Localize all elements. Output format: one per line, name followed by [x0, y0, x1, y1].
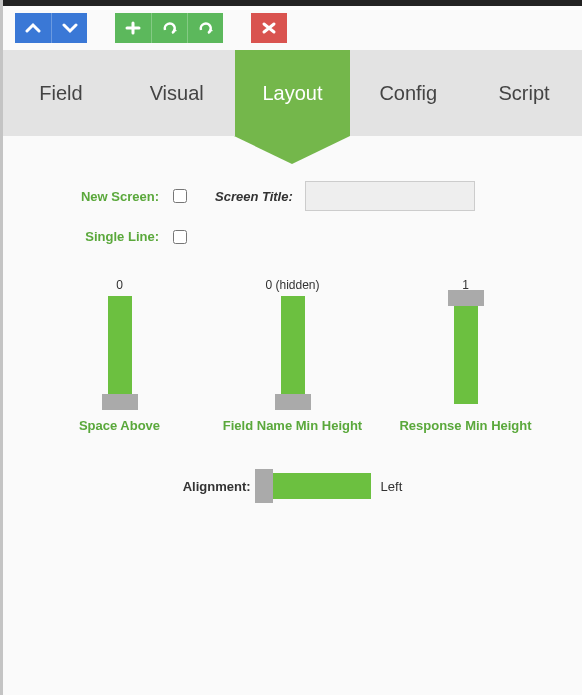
- redo-button[interactable]: [151, 13, 187, 43]
- slider-response-min-height: 1 Response Min Height: [386, 278, 546, 433]
- slider-track[interactable]: [281, 296, 305, 404]
- slider-handle[interactable]: [275, 394, 311, 410]
- slider-handle[interactable]: [102, 394, 138, 410]
- delete-button[interactable]: [251, 13, 287, 43]
- slider-value: 0: [116, 278, 123, 292]
- sliders-row: 0 Space Above 0 (hidden) Field Name Min …: [33, 278, 552, 433]
- slider-space-above: 0 Space Above: [40, 278, 200, 433]
- redo-icon: [162, 21, 178, 35]
- move-up-button[interactable]: [15, 13, 51, 43]
- screen-title-label: Screen Title:: [215, 189, 293, 204]
- single-line-label: Single Line:: [33, 229, 173, 244]
- new-screen-label: New Screen:: [33, 189, 173, 204]
- action-group: [115, 13, 223, 43]
- screen-title-input[interactable]: [305, 181, 475, 211]
- slider-track[interactable]: [454, 296, 478, 404]
- chevron-down-icon: [62, 21, 78, 35]
- delete-group: [251, 13, 287, 43]
- slider-value: 0 (hidden): [265, 278, 319, 292]
- share-icon: [198, 21, 214, 35]
- move-group: [15, 13, 87, 43]
- share-button[interactable]: [187, 13, 223, 43]
- alignment-value: Left: [381, 479, 403, 494]
- tab-layout[interactable]: Layout: [235, 50, 351, 136]
- tab-bar: Field Visual Layout Config Script: [3, 50, 582, 136]
- alignment-label: Alignment:: [183, 479, 251, 494]
- alignment-row: Alignment: Left: [33, 473, 552, 499]
- tab-config[interactable]: Config: [350, 50, 466, 136]
- plus-icon: [125, 21, 141, 35]
- tab-script[interactable]: Script: [466, 50, 582, 136]
- row-single-line: Single Line:: [33, 229, 552, 244]
- single-line-checkbox[interactable]: [173, 230, 187, 244]
- tab-field[interactable]: Field: [3, 50, 119, 136]
- slider-caption: Response Min Height: [399, 418, 531, 433]
- tab-visual[interactable]: Visual: [119, 50, 235, 136]
- slider-caption: Space Above: [79, 418, 160, 433]
- slider-track[interactable]: [108, 296, 132, 404]
- layout-panel: New Screen: Screen Title: Single Line: 0…: [3, 136, 582, 519]
- chevron-up-icon: [25, 21, 41, 35]
- new-screen-checkbox[interactable]: [173, 189, 187, 203]
- slider-field-name-min-height: 0 (hidden) Field Name Min Height: [213, 278, 373, 433]
- slider-caption: Field Name Min Height: [223, 418, 362, 433]
- toolbar: [3, 6, 582, 50]
- row-new-screen: New Screen: Screen Title:: [33, 181, 552, 211]
- move-down-button[interactable]: [51, 13, 87, 43]
- close-icon: [261, 21, 277, 35]
- alignment-handle[interactable]: [255, 469, 273, 503]
- alignment-slider[interactable]: [261, 473, 371, 499]
- add-button[interactable]: [115, 13, 151, 43]
- slider-handle[interactable]: [448, 290, 484, 306]
